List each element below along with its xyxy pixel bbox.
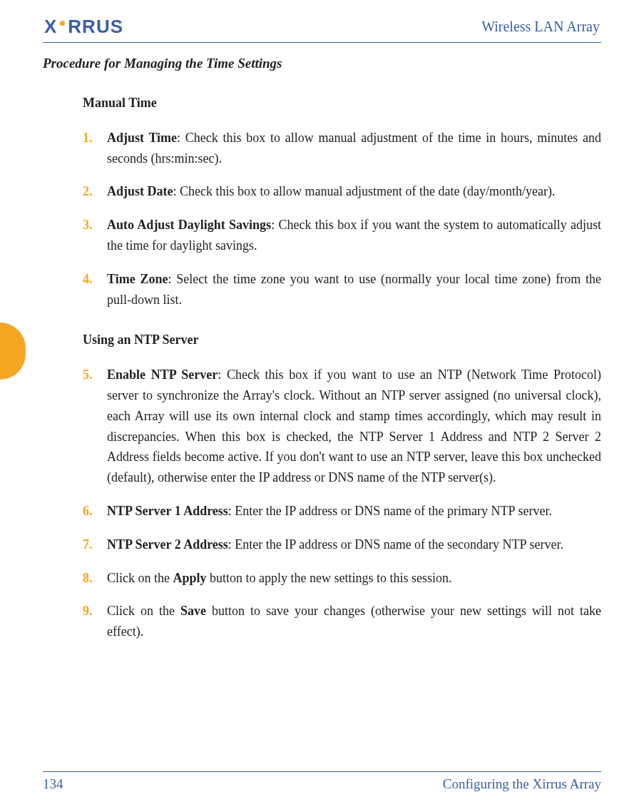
subheading-manual-time: Manual Time	[83, 93, 601, 113]
page-header: X RRUS Wireless LAN Array	[43, 16, 601, 43]
list-item: 6. NTP Server 1 Address: Enter the IP ad…	[83, 501, 601, 522]
item-number: 2.	[83, 181, 107, 202]
list-ntp-server: 5. Enable NTP Server: Check this box if …	[83, 365, 601, 642]
document-title: Wireless LAN Array	[481, 19, 600, 35]
item-term: NTP Server 2 Address	[107, 537, 228, 552]
page-number: 134	[43, 776, 63, 792]
logo-text-left: X	[44, 16, 57, 38]
item-body: Adjust Time: Check this box to allow man…	[107, 128, 601, 169]
item-term: Adjust Time	[107, 131, 177, 145]
side-tab-marker	[0, 323, 26, 380]
list-item: 7. NTP Server 2 Address: Enter the IP ad…	[83, 534, 601, 555]
list-item: 3. Auto Adjust Daylight Savings: Check t…	[83, 215, 601, 256]
item-term: Time Zone	[107, 272, 168, 286]
item-text: : Enter the IP address or DNS name of th…	[228, 537, 563, 552]
item-text-pre: Click on the	[107, 604, 180, 618]
item-text: : Select the time zone you want to use (…	[107, 272, 601, 307]
item-text: : Check this box if you want to use an N…	[107, 367, 601, 484]
item-number: 4.	[83, 269, 107, 310]
item-body: Enable NTP Server: Check this box if you…	[107, 365, 601, 488]
item-text: : Check this box to allow manual adjustm…	[107, 131, 601, 166]
list-item: 9. Click on the Save button to save your…	[83, 601, 601, 642]
item-number: 3.	[83, 215, 107, 256]
item-body: Click on the Apply button to apply the n…	[107, 568, 601, 589]
item-text: : Check this box to allow manual adjustm…	[173, 184, 556, 198]
item-number: 7.	[83, 534, 107, 555]
item-body: Adjust Date: Check this box to allow man…	[107, 181, 601, 202]
list-item: 2. Adjust Date: Check this box to allow …	[83, 181, 601, 202]
list-item: 4. Time Zone: Select the time zone you w…	[83, 269, 601, 310]
item-body: Time Zone: Select the time zone you want…	[107, 269, 601, 310]
item-text: : Enter the IP address or DNS name of th…	[228, 504, 552, 518]
item-number: 1.	[83, 128, 107, 169]
logo-text-right: RRUS	[68, 16, 123, 38]
item-term: Auto Adjust Daylight Savings	[107, 218, 271, 232]
list-item: 1. Adjust Time: Check this box to allow …	[83, 128, 601, 169]
document-page: X RRUS Wireless LAN Array Procedure for …	[0, 0, 644, 812]
item-term: Apply	[173, 571, 207, 585]
page-footer: 134 Configuring the Xirrus Array	[43, 771, 601, 792]
item-body: Auto Adjust Daylight Savings: Check this…	[107, 215, 601, 256]
main-content: Manual Time 1. Adjust Time: Check this b…	[43, 93, 601, 642]
list-item: 8. Click on the Apply button to apply th…	[83, 568, 601, 589]
item-number: 6.	[83, 501, 107, 522]
item-number: 5.	[83, 365, 107, 488]
list-manual-time: 1. Adjust Time: Check this box to allow …	[83, 128, 601, 310]
item-term: NTP Server 1 Address	[107, 504, 228, 518]
item-term: Save	[180, 604, 206, 618]
logo-dot-icon	[60, 21, 65, 26]
item-term: Enable NTP Server	[107, 367, 218, 382]
item-body: Click on the Save button to save your ch…	[107, 601, 601, 642]
item-text-pre: Click on the	[107, 571, 173, 585]
item-body: NTP Server 2 Address: Enter the IP addre…	[107, 534, 601, 555]
item-number: 9.	[83, 601, 107, 642]
list-item: 5. Enable NTP Server: Check this box if …	[83, 365, 601, 488]
item-text: button to apply the new settings to this…	[207, 571, 452, 585]
item-term: Adjust Date	[107, 184, 173, 198]
brand-logo: X RRUS	[44, 16, 123, 38]
subheading-ntp-server: Using an NTP Server	[83, 330, 601, 350]
item-number: 8.	[83, 568, 107, 589]
section-title: Procedure for Managing the Time Settings	[43, 56, 601, 71]
item-body: NTP Server 1 Address: Enter the IP addre…	[107, 501, 601, 522]
footer-chapter: Configuring the Xirrus Array	[443, 776, 601, 792]
